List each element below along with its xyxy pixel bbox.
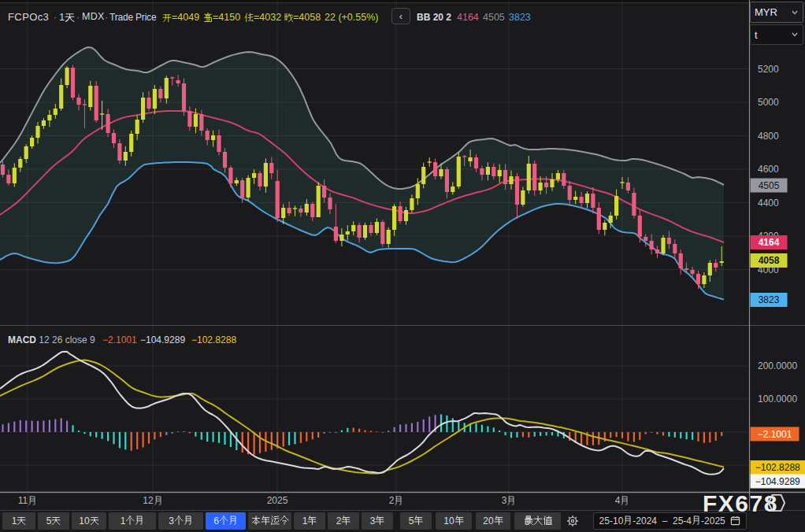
svg-text:4400: 4400	[758, 198, 779, 209]
svg-text:100.0000: 100.0000	[758, 393, 797, 405]
svg-text:4800: 4800	[758, 131, 779, 142]
svg-text:4505: 4505	[759, 180, 780, 191]
svg-text:200.0000: 200.0000	[758, 360, 797, 371]
svg-text:5200: 5200	[758, 64, 779, 75]
svg-text:5000: 5000	[758, 97, 779, 108]
svg-text:3823: 3823	[759, 294, 780, 305]
svg-text:−2.1001: −2.1001	[758, 429, 792, 440]
svg-text:4058: 4058	[759, 255, 780, 266]
svg-text:4164: 4164	[759, 237, 780, 248]
svg-text:4600: 4600	[758, 164, 779, 175]
svg-text:−104.9289: −104.9289	[755, 476, 800, 487]
svg-text:−102.8288: −102.8288	[755, 462, 800, 473]
